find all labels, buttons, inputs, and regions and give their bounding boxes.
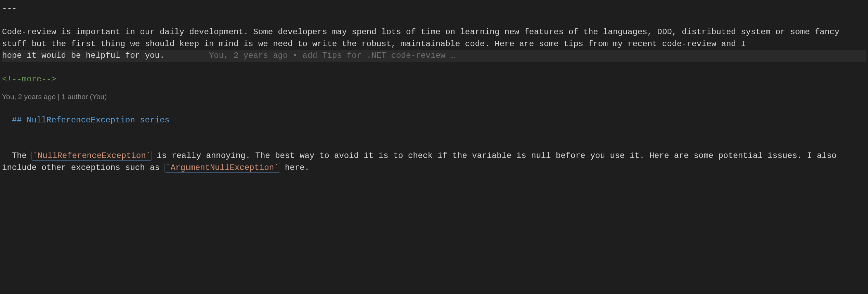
paragraph-2-pre: The bbox=[12, 151, 32, 160]
inline-code-nullref: `NullReferenceException` bbox=[31, 151, 152, 161]
gitlens-codelens[interactable]: You, 2 years ago | 1 author (You) bbox=[2, 92, 866, 102]
paragraph-1-last-line: hope it would be helpful for you. bbox=[2, 51, 165, 60]
gitlens-blame-inline[interactable]: You, 2 years ago • add Tips for .NET cod… bbox=[209, 51, 455, 60]
inline-code-argnull: `ArgumentNullException` bbox=[165, 163, 280, 173]
heading-line[interactable]: ## NullReferenceException series bbox=[2, 103, 866, 126]
paragraph-2-post: here. bbox=[280, 163, 310, 172]
blank-line bbox=[2, 15, 866, 26]
heading-text: NullReferenceException series bbox=[27, 116, 170, 125]
blank-line bbox=[2, 126, 866, 138]
paragraph-2[interactable]: The `NullReferenceException` is really a… bbox=[2, 138, 866, 174]
more-comment[interactable]: <!--more--> bbox=[2, 74, 866, 85]
heading-marker: ## bbox=[12, 116, 27, 125]
blank-line bbox=[2, 62, 866, 74]
frontmatter-close: --- bbox=[2, 3, 866, 15]
paragraph-1[interactable]: Code-review is important in our daily de… bbox=[2, 26, 866, 62]
paragraph-1-text-b: mind is we need to write the robust, mai… bbox=[219, 39, 751, 49]
cursor-line[interactable]: hope it would be helpful for you. You, 2… bbox=[2, 50, 866, 62]
